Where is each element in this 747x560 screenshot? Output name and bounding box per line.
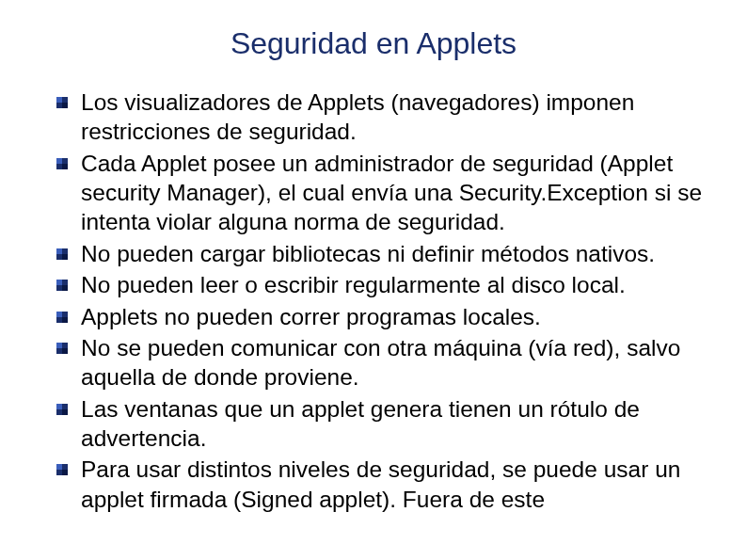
slide-content: Los visualizadores de Applets (navegador… xyxy=(38,88,709,514)
list-item: Applets no pueden correr programas local… xyxy=(56,302,709,331)
list-item: No se pueden comunicar con otra máquina … xyxy=(56,333,709,392)
list-item: Cada Applet posee un administrador de se… xyxy=(56,149,709,237)
svg-rect-1 xyxy=(56,97,62,103)
item-text: Las ventanas que un applet genera tienen… xyxy=(81,394,709,454)
item-text: Los visualizadores de Applets (navegador… xyxy=(81,88,709,147)
list-item: Los visualizadores de Applets (navegador… xyxy=(56,88,709,147)
svg-rect-14 xyxy=(62,317,68,323)
svg-rect-17 xyxy=(62,348,68,354)
bullet-icon xyxy=(56,248,68,260)
slide-container: Seguridad en Applets Los visualizadores … xyxy=(0,0,747,514)
item-text: Para usar distintos niveles de seguridad… xyxy=(81,455,709,514)
svg-rect-8 xyxy=(62,254,68,260)
bullet-icon xyxy=(56,312,68,323)
svg-rect-20 xyxy=(62,409,68,415)
item-text: No pueden leer o escribir regularmente a… xyxy=(81,270,626,299)
bullet-icon xyxy=(56,97,68,108)
list-item: Para usar distintos niveles de seguridad… xyxy=(56,455,709,514)
svg-rect-16 xyxy=(56,343,62,348)
svg-rect-5 xyxy=(62,164,68,169)
svg-rect-11 xyxy=(62,285,68,291)
bullet-icon xyxy=(56,464,68,475)
svg-rect-10 xyxy=(56,280,62,285)
list-item: No pueden leer o escribir regularmente a… xyxy=(56,270,709,299)
svg-rect-4 xyxy=(56,158,62,164)
item-text: No se pueden comunicar con otra máquina … xyxy=(81,333,709,392)
bullet-icon xyxy=(56,343,68,354)
item-text: Cada Applet posee un administrador de se… xyxy=(81,149,709,237)
svg-rect-19 xyxy=(56,404,62,409)
bullet-icon xyxy=(56,280,68,291)
svg-rect-13 xyxy=(56,312,62,317)
svg-rect-22 xyxy=(56,464,62,470)
bullet-icon xyxy=(56,404,68,415)
svg-rect-2 xyxy=(62,103,68,108)
slide-title: Seguridad en Applets xyxy=(38,26,709,61)
svg-rect-7 xyxy=(56,248,62,254)
list-item: Las ventanas que un applet genera tienen… xyxy=(56,394,709,454)
list-item: No pueden cargar bibliotecas ni definir … xyxy=(56,239,709,268)
item-text: Applets no pueden correr programas local… xyxy=(81,302,541,331)
svg-rect-23 xyxy=(62,470,68,475)
bullet-icon xyxy=(56,158,68,169)
item-text: No pueden cargar bibliotecas ni definir … xyxy=(81,239,655,268)
